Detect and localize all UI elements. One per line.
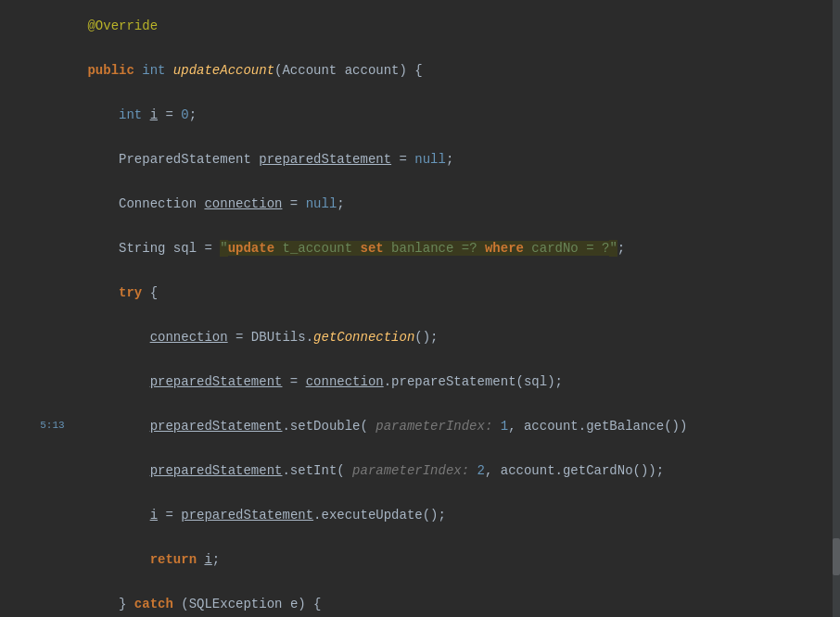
sql-text-3: cardNo = ? bbox=[524, 241, 609, 256]
line-content-7: try { bbox=[33, 271, 840, 315]
line-content-10: preparedStatement.setDouble( parameterIn… bbox=[33, 404, 840, 448]
line-content-14: } catch (SQLException e) { bbox=[33, 582, 840, 617]
method-updateaccount: updateAccount bbox=[173, 63, 274, 78]
plain-text: = DBUtils. bbox=[228, 330, 313, 345]
indent bbox=[87, 241, 119, 256]
num-2: 2 bbox=[477, 463, 485, 478]
code-line-2: public int updateAccount(Account account… bbox=[0, 48, 840, 93]
line-content-11: preparedStatement.setInt( parameterIndex… bbox=[33, 448, 840, 493]
plain-text: ; bbox=[446, 152, 453, 167]
kw-null-1: null bbox=[414, 152, 446, 167]
plain-text: , account.getBalance()) bbox=[508, 419, 687, 434]
kw-int-2: int bbox=[119, 107, 150, 122]
plain-text: .setInt( bbox=[282, 463, 352, 478]
scrollbar-thumb[interactable] bbox=[833, 538, 840, 575]
line-content-1: @Override bbox=[33, 4, 840, 48]
code-line-6: String sql = "update t_account set banla… bbox=[0, 226, 840, 271]
indent bbox=[87, 374, 149, 389]
indent bbox=[87, 508, 149, 523]
plain-text: , account.getCardNo()); bbox=[485, 463, 664, 478]
plain-text: ; bbox=[212, 552, 220, 567]
scrollbar[interactable] bbox=[833, 0, 840, 617]
var-ps-5: preparedStatement bbox=[181, 508, 313, 523]
line-content-8: connection = DBUtils.getConnection(); bbox=[33, 315, 840, 359]
line-content-6: String sql = "update t_account set banla… bbox=[33, 226, 840, 271]
var-preparedstatement: preparedStatement bbox=[259, 152, 391, 167]
line-gutter-10: 5:13 bbox=[0, 406, 33, 445]
code-line-5: Connection connection = null; bbox=[0, 182, 840, 226]
sql-text-2: banlance =? bbox=[384, 241, 485, 256]
annotation-override: @Override bbox=[87, 19, 158, 33]
plain-text: (SQLException e) { bbox=[173, 597, 322, 611]
type-ps: PreparedStatement bbox=[119, 152, 259, 167]
indent bbox=[87, 552, 149, 567]
plain-text: .setDouble( bbox=[282, 419, 375, 434]
plain-text: = bbox=[282, 196, 305, 211]
indent bbox=[87, 196, 119, 211]
indent bbox=[87, 152, 119, 167]
code-line-9: preparedStatement = connection.prepareSt… bbox=[0, 359, 840, 404]
plain-text: (Account account) { bbox=[274, 63, 423, 78]
plain-text: .prepareStatement(sql); bbox=[384, 374, 563, 389]
kw-public: public bbox=[87, 63, 142, 78]
plain-text: = bbox=[158, 107, 181, 122]
line-content-3: int i = 0; bbox=[33, 93, 840, 137]
var-i-3: i bbox=[204, 552, 211, 567]
indent bbox=[87, 330, 149, 345]
code-line-8: connection = DBUtils.getConnection(); bbox=[0, 315, 840, 359]
plain-text: .executeUpdate(); bbox=[313, 508, 446, 523]
num-0: 0 bbox=[181, 107, 188, 122]
plain-text: = bbox=[391, 152, 414, 167]
kw-return-1: return bbox=[150, 552, 205, 567]
line-content-2: public int updateAccount(Account account… bbox=[33, 48, 840, 93]
var-connection: connection bbox=[204, 196, 282, 211]
indent bbox=[87, 107, 119, 122]
sql-kw-update: update bbox=[228, 241, 274, 256]
indent bbox=[87, 597, 119, 611]
string-open-quote: " bbox=[220, 240, 227, 257]
sql-kw-where: where bbox=[485, 241, 524, 256]
indent bbox=[87, 419, 149, 434]
line-content-13: return i; bbox=[33, 537, 840, 582]
plain-text: (); bbox=[414, 330, 438, 345]
sql-kw-set: set bbox=[361, 241, 384, 256]
type-conn: Connection bbox=[119, 196, 204, 211]
plain-text bbox=[469, 463, 477, 478]
var-ps-3: preparedStatement bbox=[150, 419, 283, 434]
method-getconnection: getConnection bbox=[313, 330, 414, 345]
var-i-2: i bbox=[150, 508, 158, 523]
code-editor[interactable]: @Override public int updateAccount(Accou… bbox=[0, 0, 840, 617]
plain-text: = bbox=[282, 374, 305, 389]
plain-text: ; bbox=[337, 196, 344, 211]
string-close-quote: " bbox=[609, 240, 617, 257]
param-hint-index-2: parameterIndex: bbox=[352, 463, 469, 478]
code-line-3: int i = 0; bbox=[0, 93, 840, 137]
var-i: i bbox=[150, 107, 158, 122]
line-content-4: PreparedStatement preparedStatement = nu… bbox=[33, 137, 840, 182]
kw-catch: catch bbox=[134, 597, 173, 611]
param-hint-index: parameterIndex: bbox=[375, 419, 492, 434]
type-string: String sql = bbox=[119, 241, 220, 256]
var-ps-4: preparedStatement bbox=[150, 463, 283, 478]
code-line-10: 5:13 preparedStatement.setDouble( parame… bbox=[0, 404, 840, 448]
kw-int: int bbox=[142, 63, 173, 78]
plain-text: = bbox=[158, 508, 181, 523]
plain-text: { bbox=[142, 285, 158, 300]
line-content-12: i = preparedStatement.executeUpdate(); bbox=[33, 493, 840, 537]
code-line-4: PreparedStatement preparedStatement = nu… bbox=[0, 137, 840, 182]
indent bbox=[87, 285, 119, 300]
line-content-9: preparedStatement = connection.prepareSt… bbox=[33, 359, 840, 404]
kw-try: try bbox=[119, 285, 142, 300]
kw-null-2: null bbox=[306, 196, 337, 211]
var-connection-2: connection bbox=[150, 330, 228, 345]
code-line-14: } catch (SQLException e) { bbox=[0, 582, 840, 617]
sql-text-1: t_account bbox=[274, 241, 360, 256]
var-conn-2: connection bbox=[306, 374, 384, 389]
code-line-12: i = preparedStatement.executeUpdate(); bbox=[0, 493, 840, 537]
code-line-1: @Override bbox=[0, 4, 840, 48]
plain-text: } bbox=[119, 597, 134, 611]
code-line-11: preparedStatement.setInt( parameterIndex… bbox=[0, 448, 840, 493]
plain-text bbox=[492, 419, 500, 434]
num-1: 1 bbox=[501, 419, 508, 434]
code-line-7: try { bbox=[0, 271, 840, 315]
